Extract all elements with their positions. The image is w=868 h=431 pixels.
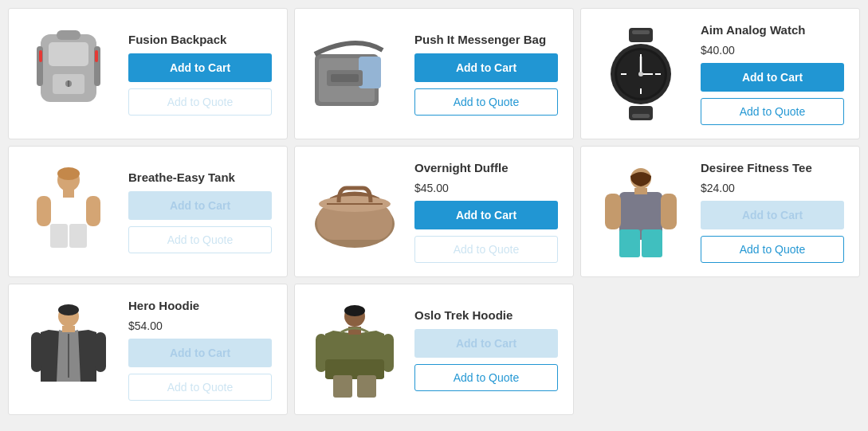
product-card-overnight-duffle: Overnight Duffle$45.00Add to CartAdd to …: [294, 146, 574, 277]
product-card-fusion-backpack: Fusion BackpackAdd to CartAdd to Quote: [8, 8, 288, 139]
product-card-breathe-easy-tank: Breathe-Easy TankAdd to CartAdd to Quote: [8, 146, 288, 277]
product-info-overnight-duffle: Overnight Duffle$45.00Add to CartAdd to …: [414, 160, 561, 264]
product-image-fusion-backpack: [21, 22, 116, 126]
product-info-oslo-trek-hoodie: Oslo Trek HoodieAdd to CartAdd to Quote: [414, 308, 561, 392]
svg-rect-50: [31, 332, 42, 372]
product-price-desiree-fitness-tee: $24.00: [701, 182, 847, 194]
svg-rect-56: [316, 334, 327, 372]
add-to-quote-button-push-it-messenger-bag[interactable]: Add to Quote: [414, 88, 558, 116]
product-card-oslo-trek-hoodie: Oslo Trek HoodieAdd to CartAdd to Quote: [294, 284, 574, 415]
add-to-cart-button-hero-hoodie: Add to Cart: [128, 339, 272, 367]
svg-rect-36: [63, 190, 74, 198]
add-to-cart-button-overnight-duffle[interactable]: Add to Cart: [414, 201, 558, 229]
product-grid: Fusion BackpackAdd to CartAdd to Quote P…: [8, 8, 860, 415]
product-image-desiree-fitness-tee: [593, 160, 689, 264]
svg-rect-52: [62, 326, 75, 332]
product-title-oslo-trek-hoodie: Oslo Trek Hoodie: [414, 308, 561, 323]
svg-rect-33: [86, 196, 100, 226]
add-to-quote-button-overnight-duffle: Add to Quote: [414, 236, 558, 263]
svg-rect-51: [95, 332, 106, 372]
svg-rect-45: [619, 229, 640, 257]
svg-rect-14: [331, 74, 359, 82]
product-card-aim-analog-watch: Aim Analog Watch$40.00Add to CartAdd to …: [580, 8, 860, 139]
svg-point-49: [58, 304, 79, 315]
product-title-hero-hoodie: Hero Hoodie: [128, 298, 275, 314]
product-info-fusion-backpack: Fusion BackpackAdd to CartAdd to Quote: [128, 32, 275, 116]
product-title-overnight-duffle: Overnight Duffle: [414, 160, 561, 176]
svg-rect-5: [57, 30, 81, 40]
add-to-quote-button-oslo-trek-hoodie[interactable]: Add to Quote: [414, 364, 558, 391]
svg-rect-47: [634, 188, 647, 194]
add-to-quote-button-aim-analog-watch[interactable]: Add to Quote: [701, 98, 844, 125]
svg-rect-27: [632, 30, 650, 34]
svg-rect-28: [632, 114, 650, 118]
product-title-fusion-backpack: Fusion Backpack: [128, 32, 275, 48]
svg-rect-61: [357, 375, 376, 398]
product-price-aim-analog-watch: $40.00: [701, 44, 847, 57]
product-image-push-it-messenger-bag: [307, 22, 403, 126]
product-card-hero-hoodie: Hero Hoodie$54.00Add to CartAdd to Quote: [8, 284, 288, 415]
product-card-desiree-fitness-tee: Desiree Fitness Tee$24.00Add to CartAdd …: [580, 146, 860, 277]
product-image-oslo-trek-hoodie: [307, 298, 403, 402]
svg-point-26: [638, 72, 643, 76]
product-info-breathe-easy-tank: Breathe-Easy TankAdd to CartAdd to Quote: [128, 170, 275, 254]
product-image-aim-analog-watch: [593, 22, 689, 126]
product-price-hero-hoodie: $54.00: [128, 319, 275, 332]
svg-rect-34: [50, 224, 68, 248]
product-title-breathe-easy-tank: Breathe-Easy Tank: [128, 170, 275, 186]
svg-rect-44: [661, 194, 677, 229]
add-to-quote-button-fusion-backpack: Add to Quote: [128, 88, 272, 116]
svg-rect-46: [642, 229, 662, 257]
svg-rect-16: [629, 106, 653, 120]
svg-rect-9: [95, 50, 98, 62]
add-to-quote-button-desiree-fitness-tee[interactable]: Add to Quote: [701, 236, 844, 263]
product-image-overnight-duffle: [307, 160, 403, 264]
product-image-breathe-easy-tank: [21, 160, 116, 264]
svg-rect-60: [333, 375, 352, 398]
add-to-cart-button-push-it-messenger-bag[interactable]: Add to Cart: [414, 53, 558, 82]
add-to-cart-button-oslo-trek-hoodie: Add to Cart: [414, 329, 558, 358]
product-title-desiree-fitness-tee: Desiree Fitness Tee: [701, 160, 847, 176]
product-title-push-it-messenger-bag: Push It Messenger Bag: [414, 32, 561, 48]
svg-rect-57: [383, 334, 394, 372]
svg-point-55: [344, 305, 365, 316]
product-price-overnight-duffle: $45.00: [414, 182, 561, 194]
product-title-aim-analog-watch: Aim Analog Watch: [701, 22, 847, 38]
svg-rect-15: [629, 28, 653, 42]
svg-rect-32: [37, 196, 51, 226]
product-info-aim-analog-watch: Aim Analog Watch$40.00Add to CartAdd to …: [701, 22, 847, 126]
add-to-cart-button-aim-analog-watch[interactable]: Add to Cart: [701, 63, 844, 92]
product-info-hero-hoodie: Hero Hoodie$54.00Add to CartAdd to Quote: [128, 298, 275, 402]
product-image-hero-hoodie: [21, 298, 116, 402]
svg-point-30: [57, 167, 80, 180]
add-to-cart-button-desiree-fitness-tee: Add to Cart: [701, 201, 844, 229]
product-card-push-it-messenger-bag: Push It Messenger BagAdd to CartAdd to Q…: [294, 8, 574, 139]
svg-rect-8: [39, 50, 42, 62]
svg-rect-1: [49, 42, 88, 66]
svg-rect-43: [605, 194, 621, 229]
product-info-push-it-messenger-bag: Push It Messenger BagAdd to CartAdd to Q…: [414, 32, 561, 116]
svg-rect-35: [69, 224, 87, 248]
product-info-desiree-fitness-tee: Desiree Fitness Tee$24.00Add to CartAdd …: [701, 160, 847, 264]
add-to-cart-button-fusion-backpack[interactable]: Add to Cart: [128, 53, 272, 82]
add-to-cart-button-breathe-easy-tank: Add to Cart: [128, 191, 272, 220]
add-to-quote-button-hero-hoodie: Add to Quote: [128, 374, 272, 401]
add-to-quote-button-breathe-easy-tank: Add to Quote: [128, 226, 272, 253]
